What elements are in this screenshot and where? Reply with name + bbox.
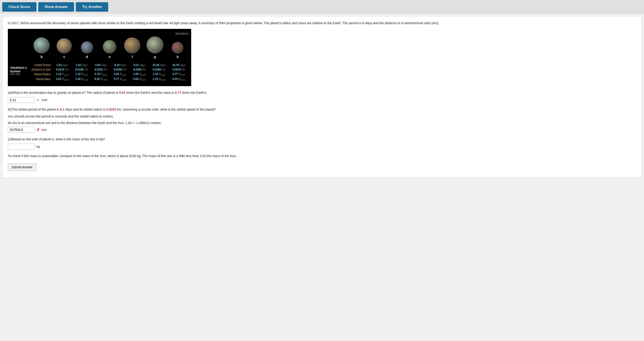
data-cell-0-0: 1.51 days xyxy=(53,63,72,67)
data-cell-0-2: 4.05 days xyxy=(92,63,110,67)
data-cell-2-2: 0.78 Rearth xyxy=(92,72,110,77)
data-cell-2-5: 1.15 Rearth xyxy=(149,72,168,77)
question-b-cross: ✗ xyxy=(36,127,40,132)
planet-letter-h: h xyxy=(177,55,179,59)
question-a-text: (a)What is the acceleration due to gravi… xyxy=(8,90,636,95)
data-cell-0-4: 9.21 days xyxy=(130,63,149,67)
planet-circle-f xyxy=(124,37,140,54)
system-date: Feb. 2018 xyxy=(10,73,28,75)
question-a-input[interactable] xyxy=(8,97,35,103)
planet-col-g: g xyxy=(144,37,166,59)
question-c-text: (c)Based on the orbit of planet e, what … xyxy=(8,137,636,142)
data-cell-3-0: 1.02 Mearth xyxy=(53,77,72,82)
main-content: In 2017, NASA announced the discovery of… xyxy=(2,16,642,178)
data-cell-3-2: 0.30 Mearth xyxy=(92,77,110,82)
question-c-unit: kg xyxy=(36,145,40,148)
question-c-input[interactable] xyxy=(8,144,35,149)
data-cell-2-6: 0.77 Rearth xyxy=(169,72,188,77)
planet-circle-h xyxy=(172,42,183,54)
question-a-input-row: ✓ m/s² xyxy=(8,97,636,103)
data-cell-1-5: 0.0469 AU xyxy=(149,68,168,72)
data-row-label-3: Planet Mass xyxy=(31,77,52,82)
planet-col-h: h xyxy=(166,42,189,59)
planet-col-d: d xyxy=(76,41,98,59)
data-cell-3-5: 1.15 Mearth xyxy=(149,77,168,82)
planet-circle-b xyxy=(34,37,50,54)
submit-answer-button[interactable]: Submit Answer xyxy=(8,163,36,171)
planet-circle-g xyxy=(146,37,164,54)
question-b-hint1: You should convert the period to seconds… xyxy=(8,114,636,119)
mass-hint: To check if this mass is reasonable, com… xyxy=(8,154,636,159)
data-cell-1-4: 0.0385 AU xyxy=(130,68,149,72)
data-cell-0-3: 6.10 days xyxy=(111,63,130,67)
planet-circle-d xyxy=(81,41,93,54)
system-subtitle: System xyxy=(10,70,28,73)
planet-letter-d: d xyxy=(86,55,88,59)
planet-circle-c xyxy=(56,38,72,54)
question-b-hint2: An AU is an astronomical unit and is the… xyxy=(8,120,636,126)
planets-row: bcdefgh xyxy=(30,37,189,59)
planet-col-c: c xyxy=(53,38,75,59)
question-b: (b)The orbital period of the planet is 6… xyxy=(8,107,636,133)
trappist-label: TRAPPIST-1 System Feb. 2018 xyxy=(10,66,28,82)
planet-letter-g: g xyxy=(154,55,156,59)
data-cell-3-3: 0.77 Mearth xyxy=(111,77,130,82)
planet-letter-f: f xyxy=(132,55,133,59)
question-c-input-row: kg xyxy=(8,144,636,149)
data-cell-2-4: 1.05 Rearth xyxy=(130,72,149,77)
toolbar: Check Score Show Answer Try Another xyxy=(0,0,644,14)
data-cell-3-6: 0.33 Mearth xyxy=(169,77,188,82)
planet-image: Illustrations TRAPPIST-1 System Feb. 201… xyxy=(8,29,191,86)
question-c: (c)Based on the orbit of planet e, what … xyxy=(8,137,636,149)
data-cell-1-1: 0.0158 AU xyxy=(72,68,91,72)
data-cell-0-6: 18.76 days xyxy=(169,63,188,67)
planet-col-f: f xyxy=(121,37,144,59)
planet-letter-c: c xyxy=(63,55,65,59)
planet-circle-e xyxy=(103,40,116,54)
question-a-unit: m/s² xyxy=(42,98,48,102)
data-cell-2-3: 0.91 Rearth xyxy=(111,72,130,77)
data-row-1: Distance to Star0.0115 AU0.0158 AU0.0223… xyxy=(31,68,188,72)
question-b-unit: m/s xyxy=(42,128,47,132)
data-row-2: Planet Radius1.12 Rearth1.10 Rearth0.78 … xyxy=(31,72,188,77)
data-table: Orbital Period1.51 days2.42 days4.05 day… xyxy=(30,63,189,82)
data-row-label-2: Planet Radius xyxy=(31,72,52,77)
planet-letter-e: e xyxy=(109,55,110,59)
data-cell-1-0: 0.0115 AU xyxy=(53,68,72,72)
planet-col-e: e xyxy=(98,40,121,59)
data-row-label-1: Distance to Star xyxy=(31,68,52,72)
system-name: TRAPPIST-1 xyxy=(10,66,28,70)
question-b-input-row: ✗ m/s xyxy=(8,127,636,133)
planet-col-b: b xyxy=(30,37,53,59)
show-answer-button[interactable]: Show Answer xyxy=(38,2,74,12)
data-cell-0-1: 2.42 days xyxy=(72,63,91,67)
try-another-button[interactable]: Try Another xyxy=(76,2,108,12)
data-cell-2-1: 1.10 Rearth xyxy=(72,72,91,77)
data-cell-3-4: 0.93 Mearth xyxy=(130,77,149,82)
data-cell-2-0: 1.12 Rearth xyxy=(53,72,72,77)
question-b-input[interactable] xyxy=(8,127,35,133)
data-row-3: Planet Mass1.02 Mearth1.16 Mearth0.30 Me… xyxy=(31,77,188,82)
data-cell-0-5: 12.36 days xyxy=(149,63,168,67)
data-cell-1-2: 0.0223 AU xyxy=(92,68,110,72)
check-score-button[interactable]: Check Score xyxy=(2,2,36,12)
question-b-text: (b)The orbital period of the planet is 6… xyxy=(8,107,636,112)
image-label: Illustrations xyxy=(10,32,189,35)
data-row-0: Orbital Period1.51 days2.42 days4.05 day… xyxy=(31,63,188,67)
data-cell-1-3: 0.0293 AU xyxy=(111,68,130,72)
planet-letter-b: b xyxy=(40,55,42,59)
question-a: (a)What is the acceleration due to gravi… xyxy=(8,90,636,103)
data-row-label-0: Orbital Period xyxy=(31,63,52,67)
question-a-check: ✓ xyxy=(36,98,40,103)
data-cell-1-6: 0.0619 AU xyxy=(169,68,188,72)
intro-text: In 2017, NASA announced the discovery of… xyxy=(8,21,636,26)
data-cell-3-1: 1.16 Mearth xyxy=(72,77,91,82)
